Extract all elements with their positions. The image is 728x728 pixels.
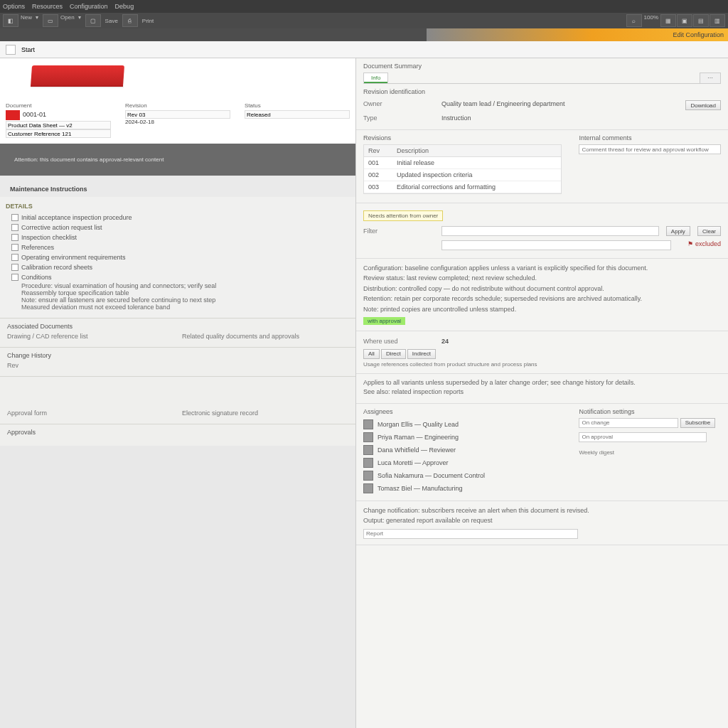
field-header: Status xyxy=(245,102,350,109)
save-button[interactable]: ▢ xyxy=(85,14,101,27)
caption: Output: generated report available on re… xyxy=(363,515,721,525)
assignee-row[interactable]: Morgan Ellis — Quality Lead xyxy=(363,418,562,431)
description-line: Retention: retain per corporate records … xyxy=(363,294,721,304)
fit-button[interactable]: ▦ xyxy=(660,14,676,27)
grid-icon[interactable]: ▤ xyxy=(693,14,709,27)
panel-title: Associated Documents xyxy=(7,323,348,330)
change-history-panel: Change History Rev xyxy=(0,347,355,376)
associated-docs-panel: Associated Documents Drawing / CAD refer… xyxy=(0,318,355,347)
menu-item[interactable]: Debug xyxy=(115,3,134,10)
kv-key: Owner xyxy=(363,100,434,110)
attention-tag: Needs attention from owner xyxy=(363,210,443,221)
outline-tree: DETAILS Initial acceptance inspection pr… xyxy=(0,197,355,318)
panel-text: Electronic signature record xyxy=(182,410,348,417)
caption: Usage references collected from product … xyxy=(363,361,721,368)
tab-info[interactable]: Info xyxy=(363,73,388,83)
clear-button[interactable]: Clear xyxy=(697,226,721,236)
assignee-row[interactable]: Tomasz Biel — Manufacturing xyxy=(363,482,562,495)
description-line: Note: printed copies are uncontrolled un… xyxy=(363,304,721,314)
caption: See also: related inspection reports xyxy=(363,387,721,397)
description-line: Review status: last review completed; ne… xyxy=(363,273,721,283)
open-button[interactable]: ▭ xyxy=(43,14,58,27)
checkbox[interactable] xyxy=(11,234,18,241)
zoom-value: 100% xyxy=(643,14,660,27)
menu-item[interactable]: Options xyxy=(3,3,25,10)
kv-value: Quality team lead / Engineering departme… xyxy=(441,100,678,110)
menu-item[interactable]: Configuration xyxy=(70,3,108,10)
tree-node[interactable]: Corrective action request list xyxy=(6,223,350,232)
field-value: 0001-01 xyxy=(23,111,46,118)
caption: Applies to all variants unless supersede… xyxy=(363,378,721,388)
assignee-row[interactable]: Sofia Nakamura — Document Control xyxy=(363,469,562,482)
tab-bar: Info ⋯ xyxy=(363,73,721,84)
avatar xyxy=(363,432,373,442)
tab-extra[interactable]: ⋯ xyxy=(700,73,721,83)
field-header: Revision xyxy=(125,102,230,109)
tree-subtext: Reassembly torque specification table xyxy=(6,289,350,296)
open-label: Open xyxy=(59,14,76,27)
banner: Edit Configuration xyxy=(0,28,728,41)
download-button[interactable]: Download xyxy=(685,100,721,110)
field-value: 2024-02-18 xyxy=(125,119,230,125)
tree-subtext: Note: ensure all fasteners are secured b… xyxy=(6,296,350,304)
filter-indirect-button[interactable]: Indirect xyxy=(407,349,436,359)
filter-direct-button[interactable]: Direct xyxy=(381,349,406,359)
table-row[interactable]: 002Updated inspection criteria xyxy=(364,169,561,181)
description-line: Configuration: baseline configuration ap… xyxy=(363,263,721,273)
panel-title: Change History xyxy=(7,352,348,359)
zoom-button[interactable]: ⌕ xyxy=(626,14,642,27)
assignee-row[interactable]: Priya Raman — Engineering xyxy=(363,431,562,444)
field-input[interactable] xyxy=(125,110,230,119)
avatar xyxy=(363,419,373,429)
apply-button[interactable]: Apply xyxy=(666,226,690,236)
scale-button[interactable]: ▣ xyxy=(677,14,692,27)
assignee-row[interactable]: Luca Moretti — Approver xyxy=(363,456,562,469)
notify-input[interactable] xyxy=(579,418,678,428)
panel-text: Approval form xyxy=(7,410,173,417)
caption: Weekly digest xyxy=(579,449,721,456)
checkbox[interactable] xyxy=(11,244,18,251)
checkbox[interactable] xyxy=(11,224,18,231)
chevron-down-icon[interactable]: ▾ xyxy=(34,14,40,27)
assignee-row[interactable]: Dana Whitfield — Reviewer xyxy=(363,444,562,456)
tree-node[interactable]: Conditions xyxy=(6,272,350,282)
tree-node[interactable]: References xyxy=(6,242,350,252)
section-title: Notification settings xyxy=(579,408,721,415)
cart-icon[interactable]: ▥ xyxy=(710,14,725,27)
document-icon xyxy=(6,45,16,55)
field-input[interactable] xyxy=(245,110,350,119)
tree-node[interactable]: Operating environment requirements xyxy=(6,252,350,262)
description-line: Distribution: controlled copy — do not r… xyxy=(363,284,721,294)
section-title: Assignees xyxy=(363,408,562,415)
filter-all-button[interactable]: All xyxy=(363,349,380,359)
tree-node[interactable]: Calibration record sheets xyxy=(6,262,350,272)
secondary-input[interactable] xyxy=(441,240,671,250)
notify-input[interactable] xyxy=(579,432,707,442)
table-header: Rev xyxy=(364,145,392,156)
checkbox[interactable] xyxy=(11,254,18,261)
field-input[interactable] xyxy=(6,129,111,138)
tree-subtext: Measured deviation must not exceed toler… xyxy=(6,304,350,311)
table-row[interactable]: 001Initial release xyxy=(364,157,561,169)
avatar xyxy=(363,445,373,455)
tree-subtext: Procedure: visual examination of housing… xyxy=(6,282,350,289)
tree-node[interactable]: Inspection checklist xyxy=(6,232,350,242)
checkbox[interactable] xyxy=(11,264,18,271)
comment-input[interactable] xyxy=(579,144,721,154)
subsection-title: Revision identification xyxy=(363,88,721,95)
filter-input[interactable] xyxy=(441,226,659,236)
field-input[interactable] xyxy=(6,121,111,129)
report-input[interactable] xyxy=(363,529,578,539)
new-button[interactable]: ◧ xyxy=(3,14,18,27)
table-row[interactable]: 003Editorial corrections and formatting xyxy=(364,181,561,193)
tree-node[interactable]: Initial acceptance inspection procedure xyxy=(6,213,350,223)
section-title: Internal comments xyxy=(579,134,721,141)
checkbox[interactable] xyxy=(11,214,18,221)
new-label: New xyxy=(19,14,33,27)
menu-item[interactable]: Resources xyxy=(32,3,63,10)
print-button[interactable]: ⎙ xyxy=(122,14,138,27)
subscribe-button[interactable]: Subscribe xyxy=(680,418,716,428)
checkbox[interactable] xyxy=(11,274,18,281)
chevron-down-icon[interactable]: ▾ xyxy=(77,14,82,27)
section-title: Revisions xyxy=(363,134,562,141)
